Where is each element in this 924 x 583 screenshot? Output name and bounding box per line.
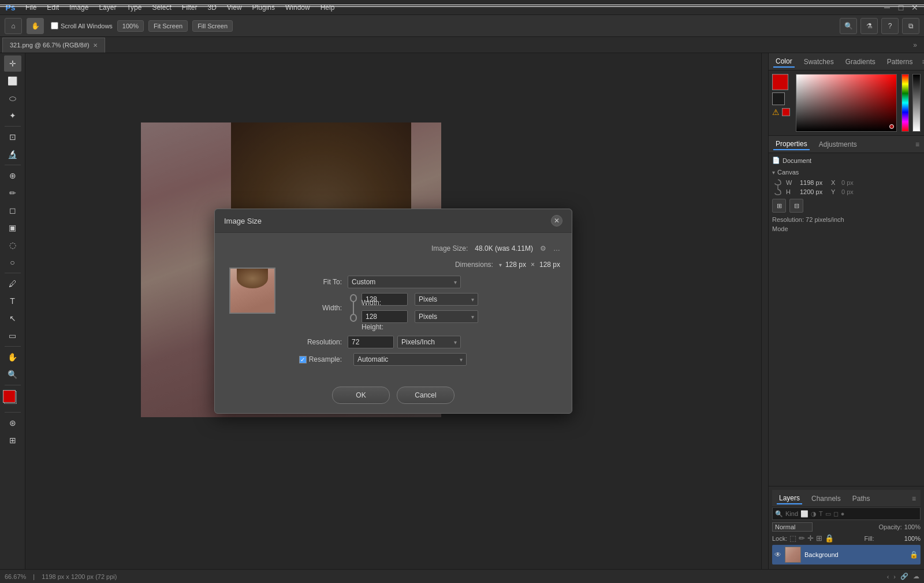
ok-button[interactable]: OK bbox=[332, 387, 390, 404]
resample-dropdown[interactable]: Automatic ▾ bbox=[353, 353, 467, 366]
tab-expand-icon[interactable]: » bbox=[908, 41, 922, 49]
dialog-close-button[interactable]: ✕ bbox=[551, 215, 562, 226]
menu-select[interactable]: Select bbox=[147, 2, 176, 13]
menu-plugins[interactable]: Plugins bbox=[248, 2, 280, 13]
quick-mask-tool[interactable]: ⊛ bbox=[4, 415, 21, 431]
gradients-tab[interactable]: Gradients bbox=[843, 57, 878, 67]
hand-tool-button[interactable]: ✋ bbox=[27, 18, 44, 34]
document-tab[interactable]: 321.png @ 66.7% (RGB/8#) ✕ bbox=[2, 38, 105, 53]
lock-pixel-icon[interactable]: ⬚ bbox=[789, 534, 796, 543]
menu-3d[interactable]: 3D bbox=[203, 2, 221, 13]
menu-view[interactable]: View bbox=[222, 2, 247, 13]
color-warning-swatch[interactable] bbox=[782, 108, 790, 116]
arrange-icon[interactable]: ⧉ bbox=[902, 18, 919, 34]
canvas-icon-2[interactable]: ⊟ bbox=[789, 199, 803, 213]
foreground-color-swatch[interactable] bbox=[3, 390, 16, 403]
canvas-icon-1[interactable]: ⊞ bbox=[772, 199, 786, 213]
filter-adj-icon[interactable]: ◑ bbox=[811, 510, 817, 518]
status-nav-left[interactable]: ‹ bbox=[887, 573, 889, 580]
properties-panel-menu-icon[interactable]: ≡ bbox=[915, 140, 919, 148]
channels-tab[interactable]: Channels bbox=[809, 493, 843, 504]
menu-type[interactable]: Type bbox=[122, 2, 146, 13]
paths-tab[interactable]: Paths bbox=[850, 493, 873, 504]
lock-artboard-icon[interactable]: ⊞ bbox=[816, 534, 822, 543]
properties-tab[interactable]: Properties bbox=[773, 139, 810, 150]
fit-to-dropdown[interactable]: Custom ▾ bbox=[348, 276, 461, 288]
filter-smart-icon[interactable]: ◻ bbox=[833, 510, 839, 518]
text-tool[interactable]: T bbox=[4, 293, 21, 309]
layers-tab[interactable]: Layers bbox=[777, 493, 802, 504]
flask-icon[interactable]: ⚗ bbox=[860, 18, 878, 34]
menu-file[interactable]: File bbox=[21, 2, 41, 13]
menu-window[interactable]: Window bbox=[281, 2, 315, 13]
dodge-tool[interactable]: ○ bbox=[4, 254, 21, 270]
cancel-button[interactable]: Cancel bbox=[397, 387, 454, 404]
minimize-button[interactable]: ─ bbox=[882, 3, 892, 12]
resample-checkbox[interactable]: ✓ bbox=[299, 356, 307, 363]
status-nav-right[interactable]: › bbox=[893, 573, 896, 580]
blur-tool[interactable]: ◌ bbox=[4, 237, 21, 253]
shape-tool[interactable]: ▭ bbox=[4, 328, 21, 344]
eyedropper-tool[interactable]: 🔬 bbox=[4, 146, 21, 162]
status-icon-2[interactable]: ☁ bbox=[913, 573, 919, 580]
brush-tool[interactable]: ✏ bbox=[4, 185, 21, 201]
healing-tool[interactable]: ⊕ bbox=[4, 168, 21, 184]
filter-pixel-icon[interactable]: ⬜ bbox=[800, 510, 808, 518]
filter-toggle-icon[interactable]: ● bbox=[841, 510, 845, 518]
lock-brush-icon[interactable]: ✏ bbox=[799, 534, 805, 543]
opacity-bar[interactable] bbox=[912, 74, 921, 132]
settings-extra-icon[interactable]: … bbox=[553, 244, 560, 252]
crop-tool[interactable]: ⊡ bbox=[4, 129, 21, 145]
close-button[interactable]: ✕ bbox=[910, 3, 919, 12]
settings-gear-icon[interactable]: ⚙ bbox=[540, 244, 546, 252]
filter-shape-icon[interactable]: ▭ bbox=[825, 510, 831, 518]
color-panel-menu-icon[interactable]: ≡ bbox=[922, 58, 924, 66]
dimensions-dropdown[interactable]: ▾ bbox=[499, 262, 502, 268]
help-icon[interactable]: ? bbox=[881, 18, 899, 34]
status-icon-1[interactable]: 🔗 bbox=[900, 573, 908, 580]
lock-move-icon[interactable]: ✛ bbox=[807, 534, 814, 543]
menu-edit[interactable]: Edit bbox=[42, 2, 64, 13]
move-tool[interactable]: ✛ bbox=[4, 55, 21, 72]
menu-help[interactable]: Help bbox=[316, 2, 340, 13]
pen-tool[interactable]: 🖊 bbox=[4, 276, 21, 292]
path-select-tool[interactable]: ↖ bbox=[4, 310, 21, 326]
color-swatches[interactable] bbox=[3, 390, 23, 410]
width-unit-dropdown[interactable]: Pixels ▾ bbox=[415, 293, 478, 306]
fill-screen-button[interactable]: Fill Screen bbox=[192, 20, 233, 32]
eraser-tool[interactable]: ◻ bbox=[4, 202, 21, 218]
zoom-tool[interactable]: 🔍 bbox=[4, 366, 21, 383]
color-tab[interactable]: Color bbox=[773, 56, 795, 68]
layers-panel-menu-icon[interactable]: ≡ bbox=[912, 495, 916, 503]
layer-visibility-icon[interactable]: 👁 bbox=[774, 551, 781, 559]
canvas-toggle-icon[interactable]: ▾ bbox=[772, 169, 775, 176]
menu-layer[interactable]: Layer bbox=[94, 2, 121, 13]
blend-mode-dropdown[interactable]: Normal bbox=[772, 522, 813, 532]
hand-tool[interactable]: ✋ bbox=[4, 349, 21, 365]
menu-image[interactable]: Image bbox=[65, 2, 93, 13]
adjustments-tab[interactable]: Adjustments bbox=[817, 139, 859, 150]
maximize-button[interactable]: □ bbox=[896, 3, 906, 12]
color-picker-gradient[interactable] bbox=[796, 74, 897, 132]
vertical-scrollbar[interactable] bbox=[761, 53, 768, 569]
patterns-tab[interactable]: Patterns bbox=[885, 57, 915, 67]
swatches-tab[interactable]: Swatches bbox=[802, 57, 836, 67]
height-unit-dropdown[interactable]: Pixels ▾ bbox=[415, 310, 478, 323]
menu-filter[interactable]: Filter bbox=[177, 2, 202, 13]
tab-close-icon[interactable]: ✕ bbox=[93, 42, 98, 49]
fit-screen-button[interactable]: Fit Screen bbox=[148, 20, 188, 32]
search-icon[interactable]: 🔍 bbox=[840, 18, 857, 34]
magic-wand-tool[interactable]: ✦ bbox=[4, 107, 21, 124]
gradient-tool[interactable]: ▣ bbox=[4, 220, 21, 236]
home-button[interactable]: ⌂ bbox=[5, 18, 22, 34]
screen-mode-tool[interactable]: ⊞ bbox=[4, 432, 21, 448]
background-color-swatch-panel[interactable] bbox=[772, 92, 785, 105]
marquee-tool[interactable]: ⬜ bbox=[4, 73, 21, 89]
color-spectrum-bar[interactable] bbox=[901, 74, 910, 132]
lasso-tool[interactable]: ⬭ bbox=[4, 90, 21, 106]
scroll-all-windows-checkbox[interactable] bbox=[51, 22, 58, 29]
resolution-unit-dropdown[interactable]: Pixels/Inch ▾ bbox=[397, 336, 461, 348]
resolution-input[interactable] bbox=[348, 336, 394, 348]
filter-text-icon[interactable]: T bbox=[819, 510, 823, 518]
background-layer[interactable]: 👁 Background 🔒 bbox=[772, 545, 921, 565]
